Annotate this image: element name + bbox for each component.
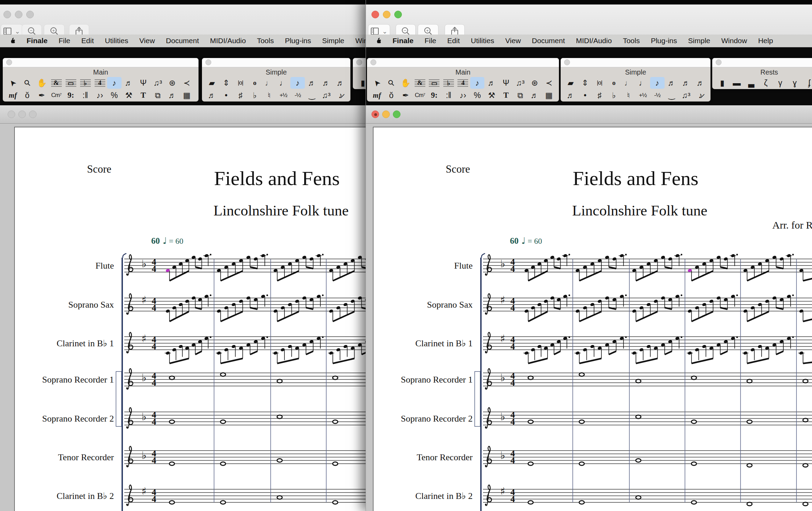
score-page-svg[interactable]: ScoreFields and FensLincolnshire Folk tu… bbox=[366, 124, 812, 511]
app-titlebar[interactable]: ⌄−+ bbox=[0, 4, 366, 35]
eighth-note-icon[interactable]: ♪ bbox=[290, 77, 304, 89]
staff-tool-icon[interactable]: & bbox=[49, 77, 64, 89]
selection-tool-icon[interactable]: ➤ bbox=[6, 77, 20, 89]
natural-icon[interactable]: ♮ bbox=[621, 89, 636, 101]
palette-title-bar[interactable] bbox=[712, 58, 812, 67]
speedy-entry-tool-icon[interactable]: ♬ bbox=[484, 77, 499, 89]
zoom-tool-icon[interactable]: ⚲ bbox=[384, 77, 399, 89]
clef-tool-icon[interactable]: 9: bbox=[64, 89, 78, 101]
tuplet-tool-icon[interactable]: ♫³ bbox=[151, 77, 165, 89]
page-layout-tool-icon[interactable]: ⧉ bbox=[151, 89, 165, 101]
staff-usage-tool-icon[interactable]: ♬ bbox=[165, 89, 180, 101]
document-titlebar[interactable] bbox=[0, 105, 366, 124]
page-layout-tool-icon[interactable]: ⧉ bbox=[513, 89, 528, 101]
quarter-note-icon[interactable]: ♩ bbox=[636, 77, 650, 89]
staff-usage-tool-icon[interactable]: ♬ bbox=[528, 89, 542, 101]
palette-close-button[interactable] bbox=[6, 59, 12, 65]
menu-item-tools[interactable]: Tools bbox=[617, 37, 645, 45]
document-window[interactable]: ScoreFields and FensLincolnshire Folk tu… bbox=[366, 105, 812, 511]
key-signature-tool-icon[interactable]: ♭ bbox=[78, 77, 93, 89]
menu-item-midi-audio[interactable]: MIDI/Audio bbox=[570, 37, 617, 45]
palette-close-button[interactable] bbox=[205, 59, 211, 65]
hundred-twenty-eighth-note-icon[interactable]: ♬ bbox=[563, 89, 578, 101]
score-page-svg[interactable]: ScoreFields and FensLincolnshire Folk tu… bbox=[0, 124, 366, 511]
graphics-tool-icon[interactable]: ▦ bbox=[180, 89, 194, 101]
midi-tool-icon[interactable]: ⊛ bbox=[165, 77, 180, 89]
menu-item-finale[interactable]: Finale bbox=[21, 37, 53, 45]
note-mover-tool-icon[interactable]: ♪› bbox=[93, 89, 107, 101]
palette-title-bar[interactable] bbox=[367, 58, 559, 67]
menu-item-utilities[interactable]: Utilities bbox=[465, 37, 500, 45]
quarter-rest-icon[interactable]: ζ bbox=[758, 77, 773, 89]
menu-item-view[interactable]: View bbox=[134, 37, 160, 45]
palette-close-button[interactable] bbox=[716, 59, 722, 65]
tie-tool-icon[interactable]: ŏ bbox=[384, 89, 399, 101]
menu-item-file[interactable]: File bbox=[419, 37, 442, 45]
minimize-button[interactable] bbox=[382, 110, 390, 118]
tie-tool-icon[interactable]: ŏ bbox=[20, 89, 35, 101]
hyperscribe-tool-icon[interactable]: Ψ bbox=[499, 77, 513, 89]
zoom-tool-icon[interactable]: ⚲ bbox=[20, 77, 35, 89]
app-titlebar[interactable]: ⌄−+ bbox=[366, 4, 812, 35]
finale-window-background[interactable]: ⌄−+FinaleFileEditUtilitiesViewDocumentMI… bbox=[0, 0, 366, 511]
eraser-tool-icon[interactable]: ▰ bbox=[563, 77, 578, 89]
smart-shape-tool-icon[interactable]: ≺ bbox=[542, 77, 556, 89]
double-whole-rest-icon[interactable]: ▮ bbox=[356, 77, 366, 89]
augmentation-dot-icon[interactable]: • bbox=[219, 89, 233, 101]
lyrics-tool-icon[interactable]: ✒ bbox=[398, 89, 413, 101]
tool-palette-simple[interactable]: Simple▰⇕|o|o♩♩♪♬♬♬♬•♯♭♮+½-½‿♫³♪̷ bbox=[202, 58, 350, 102]
half-rest-icon[interactable]: ▃ bbox=[744, 77, 758, 89]
hyperscribe-tool-icon[interactable]: Ψ bbox=[136, 77, 151, 89]
score-canvas[interactable]: ScoreFields and FensLincolnshire Folk tu… bbox=[366, 124, 812, 511]
eraser-tool-icon[interactable]: ▰ bbox=[205, 77, 219, 89]
minimize-button[interactable] bbox=[383, 11, 390, 18]
thirty-second-rest-icon[interactable]: ʄ bbox=[802, 77, 812, 89]
raise-half-step-icon[interactable]: +½ bbox=[276, 89, 290, 101]
lyrics-tool-icon[interactable]: ✒ bbox=[35, 89, 49, 101]
expression-tool-icon[interactable]: mf bbox=[370, 89, 384, 101]
score-canvas[interactable]: ScoreFields and FensLincolnshire Folk tu… bbox=[0, 124, 366, 511]
grace-note-icon[interactable]: ♪̷ bbox=[693, 89, 708, 101]
minimize-button[interactable] bbox=[15, 11, 22, 18]
sixteenth-note-icon[interactable]: ♬ bbox=[305, 77, 319, 89]
whole-note-icon[interactable]: o bbox=[248, 77, 262, 89]
sixty-fourth-note-icon[interactable]: ♬ bbox=[334, 77, 348, 89]
apple-menu[interactable] bbox=[3, 37, 21, 45]
pitch-shift-tool-icon[interactable]: ⇕ bbox=[578, 77, 592, 89]
measure-tool-icon[interactable]: ▭ bbox=[427, 77, 442, 89]
tuplet-tool-icon[interactable]: ♫³ bbox=[513, 77, 528, 89]
time-signature-tool-icon[interactable]: 4 bbox=[456, 77, 470, 89]
menu-item-view[interactable]: View bbox=[500, 37, 526, 45]
palette-title-bar[interactable] bbox=[3, 58, 199, 67]
tool-palette-main[interactable]: Main➤⚲✋&▭♭4♪♬Ψ♫³⊛≺mfŏ✒Cm⁷9::‖♪›%⚒T⧉♬▦ bbox=[3, 58, 199, 102]
document-titlebar[interactable] bbox=[366, 105, 812, 124]
selection-tool-icon[interactable]: ➤ bbox=[370, 77, 384, 89]
double-whole-note-icon[interactable]: |o| bbox=[592, 77, 607, 89]
chord-tool-icon[interactable]: Cm⁷ bbox=[49, 89, 64, 101]
sixty-fourth-note-icon[interactable]: ♬ bbox=[693, 77, 708, 89]
half-note-icon[interactable]: ♩ bbox=[621, 77, 636, 89]
close-button[interactable] bbox=[371, 11, 379, 18]
close-button[interactable] bbox=[3, 11, 11, 18]
eighth-note-icon[interactable]: ♪ bbox=[650, 77, 665, 89]
palette-title-bar[interactable] bbox=[561, 58, 710, 67]
thirty-second-note-icon[interactable]: ♬ bbox=[679, 77, 693, 89]
apple-menu[interactable] bbox=[369, 37, 387, 45]
menu-item-document[interactable]: Document bbox=[526, 37, 571, 45]
special-tools-icon[interactable]: ⚒ bbox=[122, 89, 136, 101]
minimize-button[interactable] bbox=[18, 110, 26, 118]
menu-item-midi-audio[interactable]: MIDI/Audio bbox=[204, 37, 251, 45]
palette-close-button[interactable] bbox=[356, 59, 362, 65]
menu-item-edit[interactable]: Edit bbox=[442, 37, 465, 45]
menu-item-simple[interactable]: Simple bbox=[317, 37, 350, 45]
menu-item-window[interactable]: Window bbox=[350, 37, 366, 45]
staff-tool-icon[interactable]: & bbox=[413, 77, 427, 89]
midi-tool-icon[interactable]: ⊛ bbox=[528, 77, 542, 89]
time-signature-tool-icon[interactable]: 4 bbox=[93, 77, 107, 89]
lower-half-step-icon[interactable]: -½ bbox=[290, 89, 304, 101]
special-tools-icon[interactable]: ⚒ bbox=[484, 89, 499, 101]
zoom-button[interactable] bbox=[26, 11, 34, 18]
tie-icon[interactable]: ‿ bbox=[305, 89, 319, 101]
hundred-twenty-eighth-note-icon[interactable]: ♬ bbox=[205, 89, 219, 101]
repeat-tool-icon[interactable]: :‖ bbox=[78, 89, 93, 101]
